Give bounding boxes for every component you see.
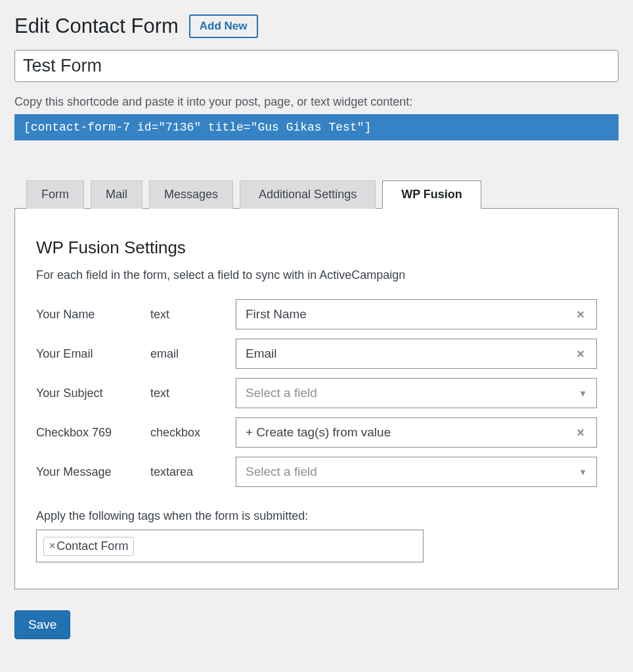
field-select-your-email[interactable]: Email × [236,339,597,369]
shortcode-bar[interactable]: [contact-form-7 id="7136" title="Gus Gik… [14,114,619,140]
clear-icon[interactable]: × [574,346,587,362]
clear-icon[interactable]: × [574,425,587,440]
tags-label: Apply the following tags when the form i… [36,509,597,523]
field-type: textarea [150,465,229,479]
field-label: Your Subject [36,387,144,400]
field-select-your-message[interactable]: Select a field ▼ [236,457,597,487]
page-title: Edit Contact Form [14,14,179,38]
tab-messages[interactable]: Messages [149,180,233,209]
shortcode-hint: Copy this shortcode and paste it into yo… [14,95,619,109]
field-type: text [150,308,229,322]
tab-wp-fusion[interactable]: WP Fusion [382,180,481,209]
field-label: Your Email [36,347,144,361]
select-placeholder: Select a field [246,465,317,479]
panel-title: WP Fusion Settings [36,238,597,258]
tag-chip[interactable]: × Contact Form [43,537,134,556]
tab-mail[interactable]: Mail [91,180,142,209]
panel-description: For each field in the form, select a fie… [36,268,597,282]
field-label: Your Message [36,465,144,479]
tag-chip-label: Contact Form [56,539,128,553]
tags-input[interactable]: × Contact Form [36,530,424,562]
field-map-row: Your Message textarea Select a field ▼ [36,457,597,487]
field-map-row: Your Subject text Select a field ▼ [36,378,597,408]
field-label: Your Name [36,308,144,322]
tabs: Form Mail Messages Additional Settings W… [14,180,619,208]
remove-tag-icon[interactable]: × [49,540,55,552]
clear-icon[interactable]: × [574,307,587,322]
form-title-input[interactable] [14,50,619,82]
field-type: text [150,387,229,400]
tab-form[interactable]: Form [26,180,84,209]
chevron-down-icon: ▼ [578,388,587,398]
select-value: First Name [246,307,307,322]
save-button[interactable]: Save [14,610,70,639]
field-map-row: Checkbox 769 checkbox + Create tag(s) fr… [36,417,597,448]
field-label: Checkbox 769 [36,426,144,440]
settings-panel: WP Fusion Settings For each field in the… [14,208,619,589]
add-new-button[interactable]: Add New [189,14,258,38]
select-value: + Create tag(s) from value [246,425,391,440]
field-select-your-name[interactable]: First Name × [236,299,597,329]
field-select-checkbox-769[interactable]: + Create tag(s) from value × [236,417,597,448]
field-type: email [150,347,229,361]
field-map-row: Your Email email Email × [36,339,597,369]
field-select-your-subject[interactable]: Select a field ▼ [236,378,597,408]
field-map-row: Your Name text First Name × [36,299,597,329]
chevron-down-icon: ▼ [578,467,587,477]
select-value: Email [246,346,277,361]
select-placeholder: Select a field [246,386,317,400]
tab-additional-settings[interactable]: Additional Settings [240,180,376,209]
field-type: checkbox [150,426,229,440]
